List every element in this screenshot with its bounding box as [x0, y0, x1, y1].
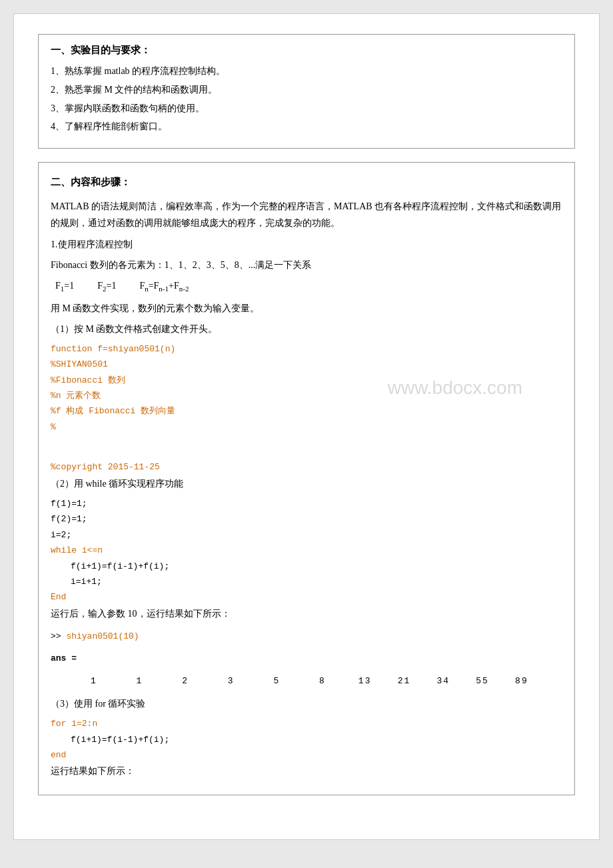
run-result-desc: 运行结果如下所示： [51, 763, 562, 779]
code-comment-4: %f 构成 Fibonacci 数列向量 [51, 403, 562, 419]
code-comment-3: %n 元素个数 [51, 388, 562, 403]
section2-title: 二、内容和步骤： [51, 173, 562, 191]
ans-values-line: 1 1 2 3 5 8 13 21 34 55 89 [51, 672, 562, 689]
ans-values: 1 1 2 3 5 8 13 21 34 55 89 [51, 676, 528, 686]
objective-2: 2、熟悉掌握 M 文件的结构和函数调用。 [51, 82, 562, 98]
code-comment-2: %Fibonacci 数列 [51, 373, 562, 388]
ans-label: ans = [51, 653, 77, 663]
code-while-body-2: i=i+1; [51, 574, 562, 589]
code-for: for i=2:n [51, 716, 562, 731]
section-content: 二、内容和步骤： www.bdocx.com MATLAB 的语法规则简洁，编程… [38, 162, 575, 795]
code-for-body: f(i+1)=f(i-1)+f(i); [51, 732, 562, 747]
code-copyright: %copyright 2015-11-25 [51, 459, 562, 475]
code-f2: f(2)=1; [51, 511, 562, 527]
prompt: >> [51, 631, 66, 641]
step1-title: 1.使用程序流程控制 [51, 236, 562, 253]
m-func-desc: 用 M 函数文件实现，数列的元素个数为输入变量。 [51, 300, 562, 317]
intro-paragraph: MATLAB 的语法规则简洁，编程效率高，作为一个完整的程序语言，MATLAB … [51, 198, 562, 231]
code-end-while: End [51, 589, 562, 605]
sub-step1: （1）按 M 函数文件格式创建文件开头。 [51, 321, 562, 337]
fibonacci-desc: Fibonacci 数列的各元素为：1、1、2、3、5、8、...满足一下关系 [51, 257, 562, 273]
objective-4: 4、了解程序性能剖析窗口。 [51, 119, 562, 135]
formula-line: F1=1 F2=1 Fn=Fn-1+Fn-2 [51, 277, 562, 296]
page: 一、实验目的与要求： 1、熟练掌握 matlab 的程序流程控制结构。 2、熟悉… [13, 13, 600, 840]
code-i-init: i=2; [51, 527, 562, 543]
section-objectives: 一、实验目的与要求： 1、熟练掌握 matlab 的程序流程控制结构。 2、熟悉… [38, 34, 575, 149]
sub-step3: （3）使用 for 循环实验 [51, 695, 562, 712]
intro-text: MATLAB 的语法规则简洁，编程效率高，作为一个完整的程序语言，MATLAB … [51, 201, 561, 228]
run-cmd: shiyan0501(10) [66, 631, 139, 641]
code-while-body-1: f(i+1)=f(i-1)+f(i); [51, 559, 562, 574]
sub-step2: （2）用 while 循环实现程序功能 [51, 475, 562, 492]
code-gap [51, 439, 562, 455]
code-while: while i<=n [51, 543, 562, 558]
ans-label-line: ans = [51, 649, 562, 666]
content-area: www.bdocx.com MATLAB 的语法规则简洁，编程效率高，作为一个完… [51, 198, 562, 779]
run-cmd-line: >> shiyan0501(10) [51, 627, 562, 644]
objective-1: 1、熟练掌握 matlab 的程序流程控制结构。 [51, 63, 562, 79]
objective-3: 3、掌握内联函数和函数句柄的使用。 [51, 101, 562, 117]
run-desc: 运行后，输入参数 10，运行结果如下所示： [51, 605, 562, 622]
code-f1: f(1)=1; [51, 496, 562, 511]
code-comment-5: % [51, 419, 562, 435]
section1-title: 一、实验目的与要求： [51, 44, 562, 57]
code-end-for: end [51, 747, 562, 763]
code-function: function f=shiyan0501(n) [51, 341, 562, 357]
code-comment-1: %SHIYAN0501 [51, 357, 562, 372]
